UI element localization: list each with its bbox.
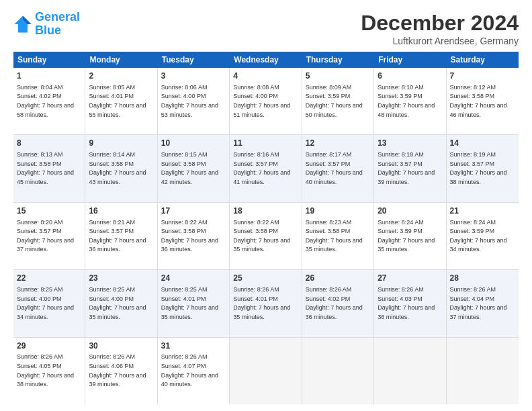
page: General Blue December 2024 Luftkurort Ar… [0, 0, 532, 411]
header: General Blue December 2024 Luftkurort Ar… [13, 11, 519, 46]
cell-info: Sunrise: 8:24 AMSunset: 3:59 PMDaylight:… [450, 219, 507, 253]
cell-info: Sunrise: 8:06 AMSunset: 4:00 PMDaylight:… [161, 84, 218, 118]
day-number: 17 [161, 205, 226, 217]
calendar-cell-2-5: 12 Sunrise: 8:17 AMSunset: 3:57 PMDaylig… [302, 135, 374, 201]
header-saturday: Saturday [447, 52, 519, 68]
calendar-cell-1-1: 1 Sunrise: 8:04 AMSunset: 4:02 PMDayligh… [13, 68, 85, 134]
calendar-cell-4-5: 26 Sunrise: 8:26 AMSunset: 4:02 PMDaylig… [302, 270, 374, 336]
day-number: 8 [17, 138, 81, 149]
logo: General Blue [13, 11, 80, 38]
day-number: 23 [89, 273, 153, 284]
day-number: 22 [17, 273, 81, 284]
day-number: 9 [89, 138, 153, 149]
cell-info: Sunrise: 8:15 AMSunset: 3:58 PMDaylight:… [161, 151, 218, 185]
calendar-cell-4-4: 25 Sunrise: 8:26 AMSunset: 4:01 PMDaylig… [230, 270, 302, 336]
calendar-row-1: 1 Sunrise: 8:04 AMSunset: 4:02 PMDayligh… [13, 68, 519, 135]
cell-info: Sunrise: 8:18 AMSunset: 3:57 PMDaylight:… [378, 151, 435, 185]
title-section: December 2024 Luftkurort Arendsee, Germa… [361, 11, 519, 46]
day-number: 14 [450, 138, 515, 149]
calendar-cell-2-3: 10 Sunrise: 8:15 AMSunset: 3:58 PMDaylig… [158, 135, 230, 201]
cell-info: Sunrise: 8:21 AMSunset: 3:57 PMDaylight:… [89, 219, 146, 253]
calendar-cell-2-6: 13 Sunrise: 8:18 AMSunset: 3:57 PMDaylig… [374, 135, 446, 201]
calendar: Sunday Monday Tuesday Wednesday Thursday… [13, 52, 519, 404]
logo-text: General Blue [35, 11, 80, 38]
cell-info: Sunrise: 8:04 AMSunset: 4:02 PMDaylight:… [17, 84, 74, 118]
cell-info: Sunrise: 8:12 AMSunset: 3:58 PMDaylight:… [450, 84, 507, 118]
calendar-cell-3-4: 18 Sunrise: 8:22 AMSunset: 3:58 PMDaylig… [230, 203, 302, 269]
cell-info: Sunrise: 8:22 AMSunset: 3:58 PMDaylight:… [161, 219, 218, 253]
calendar-cell-2-2: 9 Sunrise: 8:14 AMSunset: 3:58 PMDayligh… [85, 135, 157, 201]
calendar-cell-3-1: 15 Sunrise: 8:20 AMSunset: 3:57 PMDaylig… [13, 203, 85, 269]
day-number: 18 [233, 205, 298, 217]
header-tuesday: Tuesday [158, 52, 230, 68]
calendar-cell-4-2: 23 Sunrise: 8:25 AMSunset: 4:00 PMDaylig… [85, 270, 157, 336]
calendar-row-3: 15 Sunrise: 8:20 AMSunset: 3:57 PMDaylig… [13, 203, 519, 270]
calendar-cell-4-3: 24 Sunrise: 8:25 AMSunset: 4:01 PMDaylig… [158, 270, 230, 336]
cell-info: Sunrise: 8:17 AMSunset: 3:57 PMDaylight:… [306, 151, 363, 185]
calendar-cell-5-6 [374, 338, 446, 404]
day-number: 10 [161, 138, 226, 149]
calendar-cell-5-4 [230, 338, 302, 404]
calendar-cell-3-7: 21 Sunrise: 8:24 AMSunset: 3:59 PMDaylig… [447, 203, 519, 269]
calendar-cell-2-7: 14 Sunrise: 8:19 AMSunset: 3:57 PMDaylig… [447, 135, 519, 201]
cell-info: Sunrise: 8:26 AMSunset: 4:03 PMDaylight:… [378, 286, 435, 320]
cell-info: Sunrise: 8:26 AMSunset: 4:07 PMDaylight:… [161, 353, 218, 387]
cell-info: Sunrise: 8:24 AMSunset: 3:59 PMDaylight:… [378, 219, 435, 253]
day-number: 26 [306, 273, 370, 284]
day-number: 2 [89, 71, 153, 82]
cell-info: Sunrise: 8:25 AMSunset: 4:00 PMDaylight:… [17, 286, 74, 320]
cell-info: Sunrise: 8:19 AMSunset: 3:57 PMDaylight:… [450, 151, 507, 185]
day-number: 25 [233, 273, 298, 284]
day-number: 5 [306, 71, 370, 82]
calendar-body: 1 Sunrise: 8:04 AMSunset: 4:02 PMDayligh… [13, 68, 519, 404]
calendar-cell-5-3: 31 Sunrise: 8:26 AMSunset: 4:07 PMDaylig… [158, 338, 230, 404]
calendar-cell-5-5 [302, 338, 374, 404]
day-number: 30 [89, 340, 153, 352]
cell-info: Sunrise: 8:13 AMSunset: 3:58 PMDaylight:… [17, 151, 74, 185]
day-number: 3 [161, 71, 226, 82]
cell-info: Sunrise: 8:26 AMSunset: 4:02 PMDaylight:… [306, 286, 363, 320]
calendar-cell-1-2: 2 Sunrise: 8:05 AMSunset: 4:01 PMDayligh… [85, 68, 157, 134]
header-wednesday: Wednesday [230, 52, 302, 68]
calendar-cell-5-1: 29 Sunrise: 8:26 AMSunset: 4:05 PMDaylig… [13, 338, 85, 404]
day-number: 19 [306, 205, 370, 217]
day-number: 21 [450, 205, 515, 217]
calendar-cell-4-6: 27 Sunrise: 8:26 AMSunset: 4:03 PMDaylig… [374, 270, 446, 336]
calendar-cell-4-1: 22 Sunrise: 8:25 AMSunset: 4:00 PMDaylig… [13, 270, 85, 336]
calendar-cell-5-7 [447, 338, 519, 404]
cell-info: Sunrise: 8:05 AMSunset: 4:01 PMDaylight:… [89, 84, 146, 118]
day-number: 13 [378, 138, 442, 149]
day-number: 4 [233, 71, 298, 82]
calendar-cell-3-5: 19 Sunrise: 8:23 AMSunset: 3:58 PMDaylig… [302, 203, 374, 269]
calendar-cell-1-3: 3 Sunrise: 8:06 AMSunset: 4:00 PMDayligh… [158, 68, 230, 134]
day-number: 29 [17, 340, 81, 352]
calendar-cell-3-2: 16 Sunrise: 8:21 AMSunset: 3:57 PMDaylig… [85, 203, 157, 269]
cell-info: Sunrise: 8:09 AMSunset: 3:59 PMDaylight:… [306, 84, 363, 118]
day-number: 24 [161, 273, 226, 284]
day-number: 11 [233, 138, 298, 149]
calendar-row-4: 22 Sunrise: 8:25 AMSunset: 4:00 PMDaylig… [13, 270, 519, 337]
header-sunday: Sunday [13, 52, 85, 68]
header-monday: Monday [85, 52, 157, 68]
cell-info: Sunrise: 8:10 AMSunset: 3:59 PMDaylight:… [378, 84, 435, 118]
day-number: 28 [450, 273, 515, 284]
day-number: 20 [378, 205, 442, 217]
calendar-cell-1-7: 7 Sunrise: 8:12 AMSunset: 3:58 PMDayligh… [447, 68, 519, 134]
cell-info: Sunrise: 8:25 AMSunset: 4:00 PMDaylight:… [89, 286, 146, 320]
location: Luftkurort Arendsee, Germany [361, 36, 519, 46]
cell-info: Sunrise: 8:26 AMSunset: 4:06 PMDaylight:… [89, 353, 146, 387]
cell-info: Sunrise: 8:26 AMSunset: 4:01 PMDaylight:… [233, 286, 290, 320]
day-number: 27 [378, 273, 442, 284]
calendar-row-5: 29 Sunrise: 8:26 AMSunset: 4:05 PMDaylig… [13, 338, 519, 404]
calendar-cell-4-7: 28 Sunrise: 8:26 AMSunset: 4:04 PMDaylig… [447, 270, 519, 336]
calendar-cell-3-3: 17 Sunrise: 8:22 AMSunset: 3:58 PMDaylig… [158, 203, 230, 269]
day-number: 12 [306, 138, 370, 149]
day-number: 31 [161, 340, 226, 352]
calendar-cell-1-4: 4 Sunrise: 8:08 AMSunset: 4:00 PMDayligh… [230, 68, 302, 134]
month-title: December 2024 [361, 11, 519, 36]
cell-info: Sunrise: 8:14 AMSunset: 3:58 PMDaylight:… [89, 151, 146, 185]
day-number: 15 [17, 205, 81, 217]
calendar-cell-1-5: 5 Sunrise: 8:09 AMSunset: 3:59 PMDayligh… [302, 68, 374, 134]
logo-icon [13, 15, 32, 34]
cell-info: Sunrise: 8:23 AMSunset: 3:58 PMDaylight:… [306, 219, 363, 253]
